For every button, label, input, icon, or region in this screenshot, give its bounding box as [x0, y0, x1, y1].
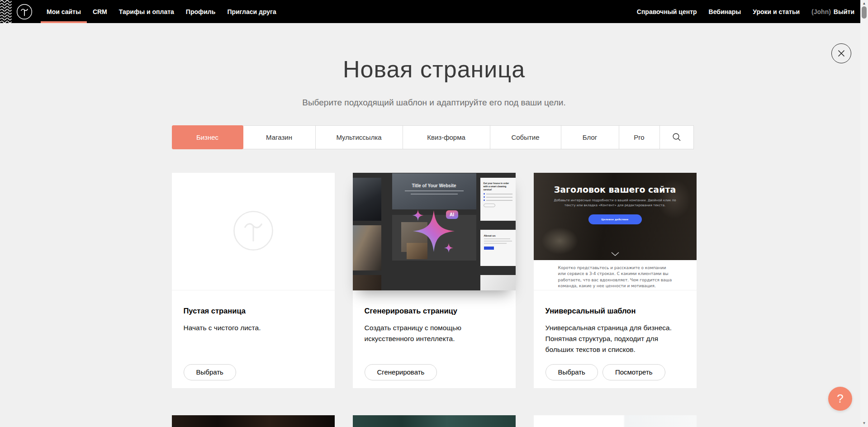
logout-link[interactable]: Выйти	[834, 8, 854, 15]
tab-search[interactable]	[659, 125, 694, 149]
tab-label: Бизнес	[196, 133, 218, 141]
card-title: Универсальный шаблон	[545, 307, 684, 315]
preview-hero-subtitle: Добавьте интересные подробности о вашей …	[554, 198, 677, 209]
card-title: Сгенерировать страницу	[365, 307, 503, 315]
tab-event[interactable]: Событие	[490, 125, 561, 149]
choose-button[interactable]: Выбрать	[184, 364, 236, 380]
nav-label: Мои сайты	[47, 8, 81, 15]
bullet-icon	[484, 193, 485, 195]
user-area: (John) Выйти	[806, 0, 854, 23]
nav-label: Уроки и статьи	[753, 8, 800, 15]
tab-label: Магазин	[266, 133, 292, 141]
card-body: Пустая страница Начать с чистого листа. …	[172, 290, 335, 388]
card-body: Сгенерировать страницу Создать страницу …	[353, 290, 516, 388]
top-bar: Мои сайты CRM Тарифы и оплата Профиль Пр…	[0, 0, 868, 23]
nav-help-center[interactable]: Справочный центр	[631, 0, 703, 23]
nav-my-sites[interactable]: Мои сайты	[41, 0, 87, 23]
tab-label: Событие	[511, 133, 539, 141]
scroll-down-arrow-icon[interactable]: ▼	[860, 420, 868, 426]
universal-template-preview: Заголовок вашего сайта Добавьте интересн…	[534, 173, 697, 290]
card-blank-page[interactable]: Пустая страница Начать с чистого листа. …	[172, 173, 335, 388]
card-ai-generate[interactable]: Title of Your Website Get your house in …	[353, 173, 516, 388]
tab-label: Квиз-форма	[427, 133, 465, 141]
card-description: Универсальная страница для бизнеса. Поня…	[545, 323, 684, 355]
bullet-icon	[484, 196, 485, 198]
collage-about-tile: About us	[480, 230, 516, 266]
ai-badge: AI	[446, 210, 458, 219]
zigzag-pattern-icon	[0, 0, 12, 23]
scrollbar-thumb[interactable]	[862, 6, 867, 19]
search-icon	[672, 133, 681, 142]
template-preview	[172, 415, 335, 427]
generate-button[interactable]: Сгенерировать	[365, 364, 437, 380]
nav-label: CRM	[93, 8, 107, 15]
nav-crm[interactable]: CRM	[87, 0, 113, 23]
page-title: Новая страница	[0, 57, 868, 81]
card-next-row[interactable]	[534, 415, 697, 427]
nav-label: Вебинары	[709, 8, 741, 15]
text-line	[486, 200, 512, 201]
chevron-down-icon	[611, 252, 619, 256]
text-line	[486, 197, 512, 198]
card-description: Создать страницу с помощью искусственног…	[365, 323, 503, 344]
main-content: Новая страница Выберите подходящий шабло…	[0, 57, 868, 427]
card-description: Начать с чистого листа.	[184, 323, 322, 333]
secondary-nav: Справочный центр Вебинары Уроки и статьи…	[631, 0, 868, 23]
template-category-tabs: Бизнес Магазин Мультиссылка Квиз-форма С…	[172, 125, 697, 149]
tab-label: Мультиссылка	[336, 133, 381, 141]
tab-multilink[interactable]: Мультиссылка	[315, 125, 403, 149]
tab-quiz-form[interactable]: Квиз-форма	[403, 125, 490, 149]
collage-photo-tile	[392, 280, 476, 290]
user-name: (John)	[811, 8, 831, 15]
tilda-logo-icon[interactable]	[16, 4, 33, 20]
card-next-row[interactable]	[353, 415, 516, 427]
preview-hero-title: Заголовок вашего сайта	[534, 185, 697, 195]
help-button[interactable]: ?	[828, 387, 852, 411]
nav-invite-friend[interactable]: Пригласи друга	[221, 0, 282, 23]
view-button[interactable]: Посмотреть	[602, 364, 665, 380]
nav-label: Пригласи друга	[227, 8, 276, 15]
collage-photo-tile	[353, 225, 381, 270]
blank-page-preview	[172, 173, 335, 290]
tab-shop[interactable]: Магазин	[243, 125, 316, 149]
choose-button[interactable]: Выбрать	[545, 364, 598, 380]
nav-tariffs[interactable]: Тарифы и оплата	[113, 0, 180, 23]
mini-button	[484, 204, 495, 207]
ai-sparkle-small-icon	[444, 243, 454, 253]
text-line	[486, 194, 512, 195]
nav-lessons[interactable]: Уроки и статьи	[747, 0, 806, 23]
collage-hero-tile: Title of Your Website	[392, 173, 476, 209]
tab-blog[interactable]: Блог	[561, 125, 619, 149]
tab-label: Pro	[634, 133, 644, 141]
nav-profile[interactable]: Профиль	[180, 0, 222, 23]
tab-pro[interactable]: Pro	[619, 125, 660, 149]
text-line	[411, 194, 458, 195]
nav-webinars[interactable]: Вебинары	[703, 0, 747, 23]
preview-cta-button: Целевое действие	[588, 214, 642, 224]
card-next-row[interactable]	[172, 415, 335, 427]
nav-label: Тарифы и оплата	[119, 8, 174, 15]
card-universal-template[interactable]: Заголовок вашего сайта Добавьте интересн…	[534, 173, 697, 388]
mini-button	[484, 247, 494, 250]
collage-photo-tile	[353, 275, 381, 290]
collage-photo-tile	[480, 275, 516, 290]
scroll-up-arrow-icon[interactable]: ▲	[860, 0, 868, 6]
preview-body-text: Коротко представьтесь и расскажите о ком…	[558, 265, 672, 289]
text-line	[484, 238, 510, 239]
main-nav: Мои сайты CRM Тарифы и оплата Профиль Пр…	[41, 0, 282, 23]
nav-label: Справочный центр	[637, 8, 697, 15]
preview-text-section: Коротко представьтесь и расскажите о ком…	[534, 260, 697, 290]
collage-about-title: About us	[484, 234, 512, 237]
template-preview	[534, 415, 697, 427]
template-grid: Пустая страница Начать с чистого листа. …	[172, 173, 697, 427]
collage-hero-title: Title of Your Website	[412, 183, 456, 188]
nav-label: Профиль	[186, 8, 216, 15]
text-line	[484, 241, 512, 242]
close-button[interactable]	[831, 43, 851, 63]
card-title: Пустая страница	[184, 307, 322, 315]
vertical-scrollbar[interactable]: ▲ ▼	[860, 0, 868, 427]
page-subtitle: Выберите подходящий шаблон и адаптируйте…	[0, 97, 868, 109]
collage-cleaning-title: Get your house in order with a smart cle…	[484, 182, 512, 192]
preview-hero: Заголовок вашего сайта Добавьте интересн…	[534, 173, 697, 260]
tab-business[interactable]: Бизнес	[172, 125, 243, 149]
